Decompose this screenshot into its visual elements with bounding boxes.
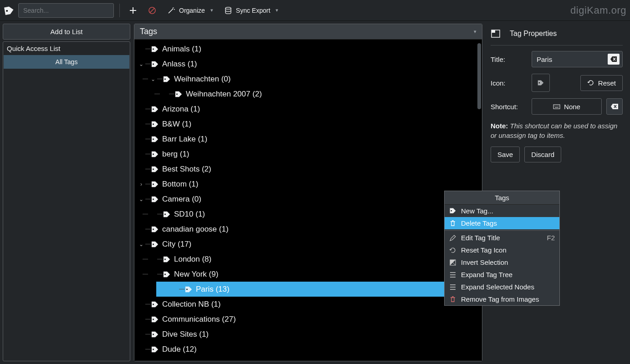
tag-label: Dude (12) [162, 345, 197, 354]
tag-icon [163, 271, 171, 278]
tag-tree-item[interactable]: London (8) [134, 252, 482, 267]
properties-title: Tag Properties [510, 30, 557, 38]
expander-icon[interactable]: ⌄ [137, 61, 145, 67]
tag-icon [163, 211, 171, 218]
tag-tree-item[interactable]: Animals (1) [134, 41, 482, 56]
tag-label: SD10 (1) [174, 210, 205, 219]
expander-icon[interactable]: ⌄ [137, 241, 145, 248]
title-input[interactable]: Paris [532, 51, 623, 67]
expander-icon[interactable]: ⌄ [149, 76, 157, 82]
svg-point-5 [225, 7, 231, 9]
quick-access-item-all-tags[interactable]: All Tags [4, 55, 129, 69]
tag-tree-item[interactable]: ⌄Weihnachten (0) [134, 71, 482, 86]
tag-icon [184, 286, 193, 293]
tag-label: berg (1) [162, 150, 190, 159]
ctx-edit-title[interactable]: Edit Tag Title F2 [445, 232, 559, 244]
search-input[interactable] [18, 3, 114, 18]
tag-label: Dive Sites (1) [162, 330, 209, 339]
tag-icon [163, 76, 171, 83]
tag-label: New York (9) [174, 270, 218, 279]
tags-panel-header[interactable]: Tags ▾ [134, 24, 482, 40]
ctx-expand-tree[interactable]: Expand Tag Tree [445, 268, 559, 281]
shortcut-label: Shortcut: [491, 103, 527, 111]
ctx-remove-from-images[interactable]: Remove Tag from Images [445, 293, 559, 305]
tag-tree-item[interactable]: New York (9) [134, 267, 482, 282]
tag-label: Arizona (1) [162, 105, 200, 114]
tag-label: canadian goose (1) [162, 225, 229, 234]
icon-selector[interactable] [532, 74, 550, 92]
tag-tree-item[interactable]: Paris (13) [156, 282, 482, 297]
ctx-delete-tags[interactable]: Delete Tags [445, 217, 559, 229]
add-button[interactable] [125, 5, 141, 16]
tag-tree-item[interactable]: Dive Sites (1) [134, 327, 482, 342]
divider [445, 230, 559, 231]
tag-tree-item[interactable]: Arizona (1) [134, 101, 482, 116]
title-value: Paris [537, 56, 608, 63]
tag-tree-item[interactable]: Barr Lake (1) [134, 131, 482, 147]
expander-icon[interactable]: › [137, 181, 145, 187]
organize-label: Organize [179, 7, 205, 14]
tag-tree-item[interactable]: Weihnachten 2007 (2) [134, 86, 482, 101]
tag-label: Collection NB (1) [162, 300, 221, 309]
main-area: Add to List Quick Access List All Tags T… [0, 21, 630, 364]
tag-tree-item[interactable]: berg (1) [134, 147, 482, 162]
tag-icon [151, 196, 159, 203]
discard-button[interactable]: Discard [524, 147, 561, 162]
wand-icon [167, 6, 175, 15]
quick-access-box: Quick Access List All Tags [3, 41, 130, 361]
ctx-reset-icon[interactable]: Reset Tag Icon [445, 244, 559, 256]
reset-icon [449, 247, 456, 254]
svg-point-4 [174, 9, 175, 10]
reset-icon-button[interactable]: Reset [580, 75, 623, 91]
sync-export-menu-button[interactable]: Sync Export ▾ [220, 5, 282, 16]
tag-tree-item[interactable]: Dude (12) [134, 342, 482, 357]
tag-label: Weihnachten (0) [174, 75, 230, 84]
tag-tree-item[interactable]: Collection NB (1) [134, 297, 482, 312]
add-to-list-button[interactable]: Add to List [3, 24, 130, 40]
ctx-expand-selected[interactable]: Expand Selected Nodes [445, 281, 559, 293]
note-text: Note: This shortcut can be used to assig… [491, 121, 623, 140]
chevron-down-icon: ▾ [210, 7, 213, 13]
tags-tree[interactable]: Animals (1)⌄Anlass (1)⌄Weihnachten (0)We… [134, 40, 482, 361]
ctx-new-tag[interactable]: New Tag... [445, 205, 559, 217]
tag-icon [163, 256, 171, 263]
tag-icon [151, 346, 159, 353]
tag-tree-item[interactable]: SD10 (1) [134, 207, 482, 222]
tag-icon [151, 301, 159, 308]
reset-icon [587, 79, 594, 86]
tag-icon [151, 151, 159, 158]
clear-title-button[interactable] [608, 54, 620, 65]
expand-icon [449, 283, 456, 291]
svg-line-2 [150, 8, 154, 13]
clear-shortcut-button[interactable] [606, 98, 623, 115]
forbidden-icon [148, 6, 156, 15]
tag-tree-item[interactable]: ⌄Anlass (1) [134, 56, 482, 71]
ctx-item-label: Reset Tag Icon [461, 246, 507, 254]
tag-tree-item[interactable]: ⌄Camera (0) [134, 192, 482, 207]
tag-tree-item[interactable]: B&W (1) [134, 116, 482, 131]
tag-tree-item[interactable]: canadian goose (1) [134, 222, 482, 237]
tag-icon [174, 91, 183, 98]
tag-icon [151, 331, 159, 338]
top-toolbar: Organize ▾ Sync Export ▾ digiKam.org [0, 0, 630, 21]
save-button[interactable]: Save [491, 147, 520, 162]
shortcut-selector[interactable]: None [532, 98, 602, 115]
expander-icon[interactable]: ⌄ [137, 196, 145, 202]
backspace-icon [610, 103, 619, 110]
tag-icon [151, 241, 159, 248]
ctx-invert-selection[interactable]: Invert Selection [445, 256, 559, 268]
database-icon [224, 6, 232, 15]
tag-tree-item[interactable]: Communications (27) [134, 312, 482, 327]
tag-plus-icon [449, 207, 456, 215]
tag-tree-item[interactable]: Best Shots (2) [134, 162, 482, 177]
context-menu: Tags New Tag... Delete Tags Edit Tag Tit… [444, 191, 560, 306]
chevron-down-icon: ▾ [276, 7, 278, 13]
keyboard-icon [553, 103, 560, 110]
tag-label: Best Shots (2) [162, 165, 211, 174]
forbidden-button[interactable] [144, 5, 160, 16]
sync-export-label: Sync Export [236, 7, 270, 14]
organize-menu-button[interactable]: Organize ▾ [164, 5, 217, 16]
tag-tree-item[interactable]: ›Bottom (1) [134, 177, 482, 192]
tag-tree-item[interactable]: ⌄City (17) [134, 237, 482, 252]
backspace-icon [610, 56, 617, 62]
